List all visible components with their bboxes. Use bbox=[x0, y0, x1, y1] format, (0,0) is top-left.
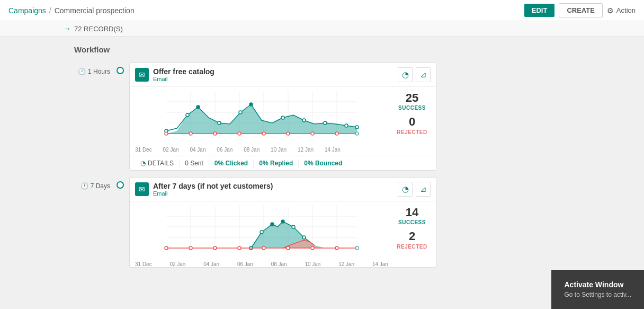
success-count-2: 14 bbox=[393, 206, 431, 219]
clock-icon-1: 🕐 bbox=[78, 68, 86, 75]
svg-point-48 bbox=[271, 223, 274, 226]
svg-point-58 bbox=[287, 246, 290, 250]
svg-point-26 bbox=[213, 132, 217, 135]
step-dot-2 bbox=[117, 181, 124, 189]
svg-point-28 bbox=[262, 132, 265, 135]
activate-title: Activate Window bbox=[564, 280, 631, 289]
gear-icon: ⚙ bbox=[607, 6, 614, 15]
svg-marker-11 bbox=[166, 104, 357, 134]
step-subtitle-1: Email bbox=[153, 76, 393, 82]
rejected-label-2: REJECTED bbox=[393, 244, 431, 250]
svg-point-32 bbox=[355, 132, 359, 135]
label-10jan: 10 Jan bbox=[271, 147, 287, 153]
success-block-2: 14 SUCCESS bbox=[393, 206, 431, 225]
step-title-1: Offer free catalog bbox=[153, 67, 393, 76]
sent-item-1: 0 Sent bbox=[180, 160, 209, 167]
rejected-count-1: 0 bbox=[393, 115, 431, 129]
svg-point-54 bbox=[189, 246, 192, 250]
pie-chart-button-2[interactable]: ◔ bbox=[398, 182, 413, 197]
details-btn-1[interactable]: ◔ DETAILS bbox=[135, 160, 180, 167]
label-02jan: 02 Jan bbox=[163, 147, 179, 153]
activate-overlay: Activate Window Go to Settings to activ.… bbox=[551, 270, 644, 303]
svg-point-18 bbox=[281, 116, 284, 119]
success-label-2: SUCCESS bbox=[393, 219, 431, 225]
svg-point-31 bbox=[335, 132, 338, 135]
filter-button-1[interactable]: ⊿ bbox=[416, 67, 431, 82]
step-timer-2: 🕐 7 Days bbox=[69, 177, 117, 190]
activate-subtitle: Go to Settings to activ... bbox=[564, 291, 631, 298]
label2-04jan: 04 Jan bbox=[203, 261, 219, 267]
filter-button-2[interactable]: ⊿ bbox=[416, 182, 431, 197]
svg-point-20 bbox=[324, 121, 327, 125]
edit-button[interactable]: EDIT bbox=[524, 4, 555, 17]
rejected-label-1: REJECTED bbox=[393, 129, 431, 135]
svg-point-24 bbox=[165, 132, 168, 135]
chart-container-2: 31 Dec 02 Jan 04 Jan 06 Jan 08 Jan 10 Ja… bbox=[135, 206, 388, 267]
email-icon-1: ✉ bbox=[135, 68, 149, 82]
label2-06jan: 06 Jan bbox=[237, 261, 253, 267]
label-04jan: 04 Jan bbox=[190, 147, 205, 153]
svg-point-59 bbox=[311, 246, 314, 250]
label2-31dec: 31 Dec bbox=[135, 261, 152, 267]
rejected-block-2: 2 REJECTED bbox=[393, 229, 431, 249]
sent-count-1: 0 Sent bbox=[185, 160, 203, 167]
chart-footer-1: ◔ DETAILS 0 Sent 0% Clicked 0% Replied 0… bbox=[130, 156, 436, 170]
step-card-header-2: ✉ After 7 days (if not yet customers) Em… bbox=[130, 178, 436, 201]
workflow-title: Workflow bbox=[74, 45, 633, 54]
success-count-1: 25 bbox=[393, 91, 431, 105]
breadcrumb-current: Commercial prospection bbox=[55, 6, 135, 15]
chart-stats-1: 25 SUCCESS 0 REJECTED bbox=[388, 91, 431, 156]
breadcrumb-campaigns[interactable]: Campaigns bbox=[8, 6, 46, 15]
step-card-2[interactable]: ✉ After 7 days (if not yet customers) Em… bbox=[129, 177, 436, 268]
chart-labels-1: 31 Dec 02 Jan 04 Jan 06 Jan 08 Jan 10 Ja… bbox=[135, 146, 341, 156]
chart-svg-1 bbox=[135, 91, 388, 144]
label2-08jan: 08 Jan bbox=[271, 261, 287, 267]
svg-point-57 bbox=[262, 246, 265, 250]
label-12jan: 12 Jan bbox=[298, 147, 314, 153]
step-title-block-2: After 7 days (if not yet customers) Emai… bbox=[153, 182, 393, 197]
label-08jan: 08 Jan bbox=[244, 147, 260, 153]
svg-point-56 bbox=[238, 246, 241, 250]
label2-14jan: 14 Jan bbox=[372, 261, 388, 267]
label-14jan: 14 Jan bbox=[325, 147, 341, 153]
step-card-icons-2: ◔ ⊿ bbox=[398, 182, 431, 197]
workflow-area: Workflow 🕐 1 Hours ✉ Offer free catalog … bbox=[58, 37, 644, 303]
records-bar: → 72 RECORD(S) bbox=[0, 21, 644, 37]
arrow-icon: → bbox=[64, 24, 71, 33]
label2-02jan: 02 Jan bbox=[169, 261, 185, 267]
rejected-block-1: 0 REJECTED bbox=[393, 115, 431, 135]
svg-point-61 bbox=[355, 246, 359, 250]
chart-wrapper-2: 31 Dec 02 Jan 04 Jan 06 Jan 08 Jan 10 Ja… bbox=[130, 201, 436, 267]
pie-icon-1: ◔ bbox=[140, 160, 146, 167]
label-31dec: 31 Dec bbox=[135, 147, 152, 153]
clicked-pct-1: 0% Clicked bbox=[214, 160, 248, 167]
svg-point-25 bbox=[189, 132, 192, 135]
chart-wrapper-1: 31 Dec 02 Jan 04 Jan 06 Jan 08 Jan 10 Ja… bbox=[130, 87, 436, 156]
records-count: 72 RECORD(S) bbox=[74, 25, 123, 33]
svg-point-29 bbox=[287, 132, 290, 135]
details-label-1: DETAILS bbox=[148, 160, 174, 167]
svg-point-50 bbox=[292, 225, 295, 228]
bounced-item-1: 0% Bounced bbox=[299, 160, 347, 167]
svg-point-47 bbox=[260, 231, 263, 234]
label2-12jan: 12 Jan bbox=[338, 261, 354, 267]
svg-point-30 bbox=[311, 132, 314, 135]
svg-point-27 bbox=[238, 132, 241, 135]
svg-point-15 bbox=[218, 121, 221, 125]
svg-point-55 bbox=[213, 246, 217, 250]
main-content: Workflow 🕐 1 Hours ✉ Offer free catalog … bbox=[0, 37, 644, 303]
step-timer-1: 🕐 1 Hours bbox=[69, 63, 117, 75]
label2-10jan: 10 Jan bbox=[305, 261, 320, 267]
rejected-count-2: 2 bbox=[393, 229, 431, 243]
svg-point-49 bbox=[281, 220, 284, 223]
timer-label-2: 7 Days bbox=[91, 182, 110, 190]
success-block-1: 25 SUCCESS bbox=[393, 91, 431, 111]
timer-label-1: 1 Hours bbox=[88, 68, 110, 75]
pie-chart-button-1[interactable]: ◔ bbox=[398, 67, 413, 82]
svg-point-53 bbox=[165, 246, 168, 250]
step-card-1[interactable]: ✉ Offer free catalog Email ◔ ⊿ bbox=[129, 63, 436, 171]
bounced-pct-1: 0% Bounced bbox=[304, 160, 342, 167]
create-button[interactable]: CREATE bbox=[559, 3, 602, 17]
action-menu[interactable]: ⚙ Action bbox=[607, 6, 636, 15]
step-card-header-1: ✉ Offer free catalog Email ◔ ⊿ bbox=[130, 63, 436, 87]
